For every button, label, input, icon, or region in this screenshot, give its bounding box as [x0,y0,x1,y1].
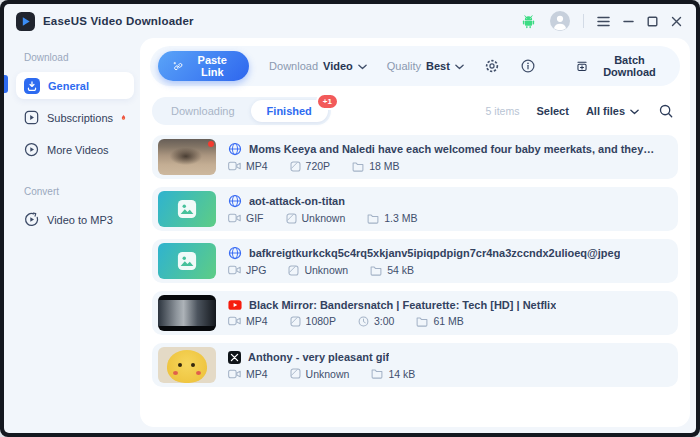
window-inner: EaseUS Video Downloader [4,4,696,433]
web-globe-icon [228,194,242,208]
info-icon[interactable] [520,58,536,74]
video-to-mp3-icon [24,212,39,227]
resolution-icon [290,316,301,327]
sidebar-active-indicator [4,75,8,93]
format-camera-icon [228,369,241,379]
item-size: 18 MB [369,160,399,172]
chevron-down-icon [358,64,367,70]
tab-finished[interactable]: Finished +1 [251,100,328,122]
resolution-icon [290,161,301,172]
minimize-button[interactable] [623,16,634,27]
general-download-icon [24,78,40,94]
sidebar-item-video-to-mp3[interactable]: Video to MP3 [16,206,134,233]
folder-icon [370,265,382,276]
finished-count-badge: +1 [316,93,339,110]
app-window: EaseUS Video Downloader [0,0,700,437]
download-type-dropdown[interactable]: Download Video [269,60,367,72]
format-camera-icon [228,316,241,326]
item-size: 61 MB [433,315,463,327]
folder-icon [371,368,383,379]
settings-gear-icon[interactable] [484,58,500,74]
thumbnail-image-placeholder [158,191,216,227]
download-value: Video [323,60,353,72]
batch-download-button[interactable]: Batch Download [576,54,664,78]
resolution-icon [288,265,299,276]
thumbnail-image-placeholder [158,243,216,279]
app-logo-icon [16,12,35,31]
items-count: 5 items [486,105,520,117]
image-icon [177,199,197,219]
file-filter-label: All files [586,105,625,117]
tab-finished-label: Finished [267,105,312,117]
thumbnail-pikachu [158,347,216,383]
avatar[interactable] [550,11,570,31]
web-globe-icon [228,142,242,156]
item-resolution: 720P [306,160,331,172]
item-title: aot-attack-on-titan [249,195,345,207]
resolution-icon [290,368,301,379]
item-size: 54 kB [387,264,414,276]
youtube-icon [228,299,242,311]
download-row[interactable]: aot-attack-on-titan GIF Unknown 1.3 MB [152,187,678,231]
more-videos-icon [24,142,39,157]
sidebar-item-subscriptions[interactable]: Subscriptions [16,104,134,131]
thumbnail-movie-frame [158,295,216,331]
resolution-icon [286,213,297,224]
sidebar-item-label: General [48,80,89,92]
item-format: MP4 [246,160,268,172]
titlebar: EaseUS Video Downloader [4,4,696,38]
download-row[interactable]: bafkreigtkurkckq5c4rq5xkjanv5ipiqpdpign7… [152,239,678,283]
sidebar-item-label: More Videos [47,144,109,156]
select-button[interactable]: Select [536,105,568,117]
item-resolution: Unknown [302,212,346,224]
search-icon[interactable] [658,103,674,119]
clock-icon [358,316,369,327]
format-camera-icon [228,161,241,171]
quality-dropdown[interactable]: Quality Best [387,60,464,72]
item-format: JPG [246,264,266,276]
item-format: MP4 [246,315,268,327]
item-duration: 3:00 [374,315,394,327]
sidebar-section-download: Download [24,52,134,63]
format-camera-icon [228,265,241,275]
main-panel: Paste Link Download Video Quality Best [140,38,690,427]
batch-download-label: Batch Download [595,54,664,78]
download-row[interactable]: Black Mirror: Bandersnatch | Featurette:… [152,291,678,335]
chevron-down-icon [455,64,464,70]
window-border: EaseUS Video Downloader [0,0,700,437]
folder-icon [352,161,364,172]
download-row[interactable]: Moms Keeya and Naledi have each welcomed… [152,135,678,179]
thumbnail-meerkat-video [158,139,216,175]
folder-icon [416,316,428,327]
sidebar-item-label: Video to MP3 [47,214,113,226]
tabs-row: Downloading Finished +1 5 items Select A… [150,97,680,125]
item-title: Anthony - very pleasant gif [248,351,389,363]
tab-downloading[interactable]: Downloading [155,100,251,122]
titlebar-divider [583,14,584,28]
image-icon [177,251,197,271]
close-button[interactable] [671,16,682,27]
menu-icon[interactable] [597,16,610,27]
paste-link-button[interactable]: Paste Link [158,51,249,81]
sidebar-item-more-videos[interactable]: More Videos [16,136,134,163]
paste-link-label: Paste Link [190,54,234,78]
folder-icon [367,213,379,224]
format-camera-icon [228,213,241,223]
download-label: Download [269,60,318,72]
item-size: 14 kB [388,368,415,380]
app-title: EaseUS Video Downloader [43,15,194,27]
sidebar-item-general[interactable]: General [16,72,134,99]
chevron-down-icon [630,109,639,115]
quality-label: Quality [387,60,421,72]
item-title: bafkreigtkurkckq5c4rq5xkjanv5ipiqpdpign7… [249,247,620,259]
item-resolution: Unknown [306,368,350,380]
download-row[interactable]: Anthony - very pleasant gif MP4 Unknown … [152,343,678,387]
maximize-button[interactable] [647,16,658,27]
web-globe-icon [228,246,242,260]
download-list: Moms Keeya and Naledi have each welcomed… [150,135,680,387]
file-filter-dropdown[interactable]: All files [586,105,639,117]
android-icon[interactable] [520,13,537,30]
tab-group: Downloading Finished +1 [152,97,331,125]
link-plus-icon [173,60,183,73]
x-twitter-icon [228,351,241,364]
